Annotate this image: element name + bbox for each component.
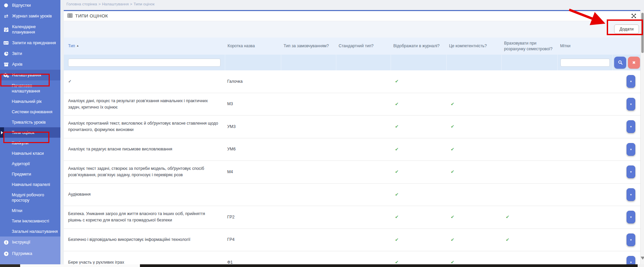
sidebar-item[interactable]: Календарне планування xyxy=(0,21,60,38)
green-check-icon: ✔ xyxy=(506,214,509,219)
sidebar-item[interactable]: Відпустки xyxy=(0,0,60,11)
green-check-icon: ✔ xyxy=(451,169,454,174)
sidebar-item[interactable]: ⇄Журнал замін уроків xyxy=(0,11,60,21)
row-actions-dropdown-button[interactable]: ▾ xyxy=(627,98,635,111)
grade-types-table: Тип▲Коротка назваТип за замовчуванням?Ст… xyxy=(64,38,640,264)
cell-is-competence: ✔ xyxy=(446,256,501,264)
sidebar-subitem[interactable]: Системи оцінювання xyxy=(0,107,60,117)
cell-actions: ▾ xyxy=(612,75,640,88)
sidebar-item-label: Запити на приєднання xyxy=(12,40,56,46)
expand-arrows-icon[interactable] xyxy=(631,13,636,18)
table-row: Аудіювання✔▾ xyxy=(64,184,640,206)
search-button[interactable] xyxy=(614,57,626,69)
cell-in-journal: ✔ xyxy=(391,121,446,133)
row-actions-dropdown-button[interactable]: ▾ xyxy=(627,143,635,156)
sidebar-subitem-label: Навчальні класи xyxy=(12,151,44,156)
sidebar-subitem[interactable]: Канікули xyxy=(0,138,60,148)
table-row: Бере участь у рухливих іграхФ1✔✔▾ xyxy=(64,251,640,264)
cell-is-competence: ✔ xyxy=(446,211,501,223)
row-actions-dropdown-button[interactable]: ▾ xyxy=(627,256,635,264)
cell-is-competence: ✔ xyxy=(446,121,501,133)
cell-short-name: М3 xyxy=(225,98,281,110)
cell-actions: ▾ xyxy=(612,98,640,111)
filter-cell-competence xyxy=(446,55,501,70)
column-header[interactable]: Враховувати при розрахунку семестрової? xyxy=(501,39,557,53)
sidebar-subitem[interactable]: Предмети xyxy=(0,169,60,179)
horizontal-scrollbar-left-segment xyxy=(0,264,20,267)
column-header[interactable]: Це компетентність? xyxy=(446,42,501,50)
breadcrumb-link[interactable]: Налаштування xyxy=(102,2,129,6)
labels-filter-input[interactable] xyxy=(560,59,610,67)
cell-is-default xyxy=(281,260,336,264)
row-actions-dropdown-button[interactable]: ▾ xyxy=(627,165,635,178)
row-actions-dropdown-button[interactable]: ▾ xyxy=(627,75,635,88)
sidebar-subitem[interactable]: Навчальні класи xyxy=(0,148,60,158)
info-icon xyxy=(3,240,9,245)
filter-cell-short-name xyxy=(225,55,281,70)
sidebar-subitem-label: Предмети xyxy=(12,172,31,177)
horizontal-scrollbar-thumb[interactable] xyxy=(140,264,638,267)
cell-type: Аналізує текст задачі, створює за потреб… xyxy=(64,163,225,181)
cell-in-semester xyxy=(501,124,557,129)
cell-is-default xyxy=(281,169,336,175)
vertical-scrollbar-thumb[interactable] xyxy=(641,13,644,53)
column-header[interactable]: Тип за замовчуванням? xyxy=(281,42,336,50)
scroll-down-arrow-icon[interactable] xyxy=(641,257,644,260)
sidebar-footer-item[interactable]: Інструкції xyxy=(0,237,60,248)
breadcrumb-separator: > xyxy=(98,2,101,6)
sidebar-subitem[interactable]: Типи інклюзивності xyxy=(0,216,60,226)
sidebar-item[interactable]: Запити на приєднання xyxy=(0,38,60,48)
sidebar-item-label: Календарне планування xyxy=(12,24,59,35)
sidebar-item[interactable]: Налаштування xyxy=(0,70,60,80)
row-actions-dropdown-button[interactable]: ▾ xyxy=(627,120,635,133)
cell-actions: ▾ xyxy=(612,211,640,223)
cell-type: ✓ xyxy=(64,76,225,87)
sidebar-subitem[interactable]: Модулі робочого простору xyxy=(0,190,60,205)
row-actions-dropdown-button[interactable]: ▾ xyxy=(627,188,635,201)
app-window: Відпустки⇄Журнал замін уроківКалендарне … xyxy=(0,0,644,267)
sidebar-subitem[interactable]: Аудиторії xyxy=(0,158,60,169)
cell-labels xyxy=(557,237,612,243)
breadcrumb-link[interactable]: Головна сторінка xyxy=(66,2,97,6)
sidebar-subitem-label: Аудиторії xyxy=(12,161,30,166)
sidebar-subitem[interactable]: Навчальні паралелі xyxy=(0,179,60,190)
horizontal-scrollbar[interactable] xyxy=(0,264,644,267)
sidebar-subitem[interactable]: Початкове налаштування xyxy=(0,80,60,96)
row-actions-dropdown-button[interactable]: ▾ xyxy=(627,211,635,223)
sidebar-footer-item[interactable]: ?Підтримка xyxy=(0,248,60,259)
sidebar-subitem-label: Початкове налаштування xyxy=(12,83,40,93)
sidebar-subitem[interactable]: Тривалість уроків xyxy=(0,117,60,127)
column-header[interactable]: Стандартний тип? xyxy=(336,42,391,50)
cell-is-standard xyxy=(336,237,391,243)
cell-in-semester xyxy=(501,102,557,107)
calendar-icon xyxy=(3,27,9,32)
vertical-scrollbar[interactable] xyxy=(640,11,644,264)
column-header[interactable]: Мітки xyxy=(557,42,612,50)
sidebar-item[interactable]: Звіти xyxy=(0,48,60,59)
sidebar: Відпустки⇄Журнал замін уроківКалендарне … xyxy=(0,0,60,264)
filter-cell-default xyxy=(281,55,336,70)
sidebar-subitem[interactable]: Типи оцінок xyxy=(0,127,60,138)
breadcrumb: Головна сторінка>Налаштування>Типи оціно… xyxy=(66,2,154,6)
column-header-label: Відображати в журналі? xyxy=(393,44,440,48)
sidebar-subitem[interactable]: Загальні налаштування xyxy=(0,226,60,237)
column-header[interactable]: Відображати в журналі? xyxy=(391,42,446,50)
column-header-label: Мітки xyxy=(560,44,571,48)
id-card-icon xyxy=(3,40,9,46)
breadcrumb-link[interactable]: Типи оцінок xyxy=(134,2,154,6)
column-header[interactable]: Тип▲ xyxy=(64,42,225,50)
cell-short-name: Галочка xyxy=(225,76,281,87)
row-actions-dropdown-button[interactable]: ▾ xyxy=(627,233,635,246)
add-button[interactable]: Додати xyxy=(614,24,639,34)
cell-in-semester xyxy=(501,147,557,152)
clear-filter-button[interactable]: ✖ xyxy=(628,57,640,69)
column-header[interactable]: Коротка назва xyxy=(225,42,281,50)
type-filter-input[interactable] xyxy=(68,59,220,67)
sidebar-item[interactable]: Архів xyxy=(0,59,60,70)
sidebar-footer-label: Підтримка xyxy=(12,251,32,256)
sidebar-subitem[interactable]: Навчальний рік xyxy=(0,96,60,107)
sidebar-subitem[interactable]: Мітки xyxy=(0,205,60,216)
cell-in-semester: ✔ xyxy=(501,211,557,223)
table-body: ✓Галочка✔▾Аналізує дані, процес та резул… xyxy=(64,70,640,264)
filter-cell-journal xyxy=(391,55,446,70)
